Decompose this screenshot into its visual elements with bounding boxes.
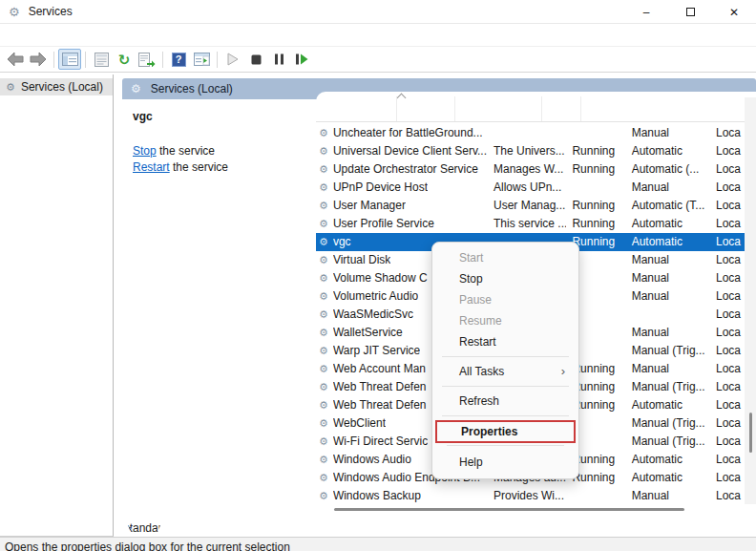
export-list-button[interactable] [136, 49, 158, 70]
log-on-as-cell: Loca [707, 396, 745, 414]
show-action-pane-icon [194, 53, 210, 66]
context-menu-item[interactable]: Help › [432, 452, 578, 473]
context-menu-item[interactable]: Start › [432, 247, 578, 268]
restart-service-link[interactable]: Restart [133, 160, 170, 174]
menubar-item[interactable] [0, 32, 19, 38]
menu-item-label: Stop [459, 272, 483, 286]
stop-service-button[interactable] [244, 49, 267, 70]
context-menu-item[interactable]: All Tasks › [432, 361, 578, 382]
startup-type-cell: Manual (Trig... [623, 378, 707, 396]
service-name: Virtual Disk [333, 251, 390, 269]
startup-type-cell [623, 306, 707, 324]
log-on-as-cell: Loca [707, 197, 745, 215]
service-row[interactable]: ⚙Universal Device Client Serv... The Uni… [316, 142, 745, 160]
log-on-as-cell: Loca [707, 233, 745, 251]
list-header [316, 92, 745, 122]
show-console-tree-button[interactable] [58, 49, 81, 70]
restart-service-button[interactable] [290, 49, 313, 70]
service-gear-icon: ⚙ [319, 491, 328, 501]
refresh-icon: ↻ [118, 53, 131, 67]
column-header[interactable] [542, 96, 580, 121]
menubar-item[interactable] [38, 32, 57, 38]
horizontal-scrollbar[interactable] [316, 503, 745, 516]
horizontal-scrollbar-thumb[interactable] [334, 508, 684, 511]
vertical-scrollbar[interactable] [745, 97, 756, 504]
close-button[interactable]: ✕ [712, 0, 756, 24]
startup-type-cell: Manual [623, 179, 707, 197]
context-menu-item[interactable]: Pause › [432, 289, 578, 310]
stop-service-link[interactable]: Stop [133, 144, 157, 158]
tree-item-services-local[interactable]: ⚙ Services (Local) [0, 78, 113, 95]
column-header[interactable] [316, 96, 397, 121]
context-menu-item[interactable]: Resume › [432, 310, 578, 331]
status-cell: Running [566, 215, 622, 233]
service-name: Web Threat Defen [333, 378, 427, 396]
main-area: ⚙ Services (Local) ⚙ Services (Local) vg… [0, 74, 756, 537]
startup-type-cell: Manual [623, 269, 707, 287]
service-gear-icon: ⚙ [319, 201, 328, 211]
forward-icon [30, 52, 47, 67]
service-gear-icon: ⚙ [319, 273, 328, 284]
service-gear-icon: ⚙ [319, 346, 328, 356]
startup-type-cell: Manual [623, 324, 707, 342]
help-button[interactable]: ? [167, 49, 190, 70]
start-service-icon [227, 53, 239, 66]
refresh-button[interactable]: ↻ [113, 49, 136, 70]
close-icon: ✕ [729, 6, 739, 19]
menubar-item[interactable] [57, 32, 76, 38]
startup-type-cell: Automatic [623, 142, 707, 160]
log-on-as-cell: Loca [707, 215, 745, 233]
services-window: ⚙ Services – ✕ ↻ [0, 0, 756, 551]
menubar-item[interactable] [19, 32, 38, 38]
titlebar: ⚙ Services – ✕ [0, 0, 756, 24]
maximize-button[interactable] [668, 0, 712, 24]
toolbar-separator [85, 52, 86, 68]
column-header[interactable] [455, 96, 542, 121]
menubar [0, 25, 756, 47]
back-button[interactable] [4, 49, 27, 70]
startup-type-cell: Manual (Trig... [623, 342, 707, 360]
startup-type-cell: Manual [623, 124, 707, 142]
service-gear-icon: ⚙ [319, 237, 328, 247]
start-service-button[interactable] [221, 49, 244, 70]
status-cell: Running [566, 160, 622, 179]
service-row[interactable]: ⚙Uncheater for BattleGround... Manual Lo… [316, 124, 745, 142]
menu-item-label: Refresh [459, 394, 499, 408]
service-name: Universal Device Client Serv... [333, 142, 487, 160]
context-menu-item[interactable]: Restart › [432, 331, 578, 352]
service-name: Web Account Man [333, 360, 426, 378]
pause-service-button[interactable] [267, 49, 290, 70]
stop-service-icon [251, 54, 262, 65]
service-row[interactable]: ⚙Update Orchestrator Service Manages W..… [316, 160, 745, 179]
log-on-as-cell: Loca [707, 414, 745, 433]
service-name: UPnP Device Host [333, 179, 428, 197]
vertical-scrollbar-thumb[interactable] [749, 413, 752, 453]
status-cell: Running [566, 197, 622, 215]
service-row[interactable]: ⚙User Manager User Manag... Running Auto… [316, 197, 745, 215]
service-row[interactable]: ⚙User Profile Service This service ... R… [316, 215, 745, 233]
submenu-chevron-icon: › [561, 361, 565, 382]
stop-service-text: the service [157, 144, 215, 158]
service-gear-icon: ⚙ [319, 400, 328, 411]
show-action-pane-button[interactable] [190, 49, 213, 70]
service-description-pane: vgc Stop the service Restart the service [122, 99, 316, 516]
forward-button[interactable] [27, 49, 50, 70]
context-menu-item[interactable]: Refresh › [432, 391, 578, 412]
column-header[interactable] [397, 96, 455, 121]
service-row[interactable]: ⚙UPnP Device Host Allows UPn... Manual L… [316, 179, 745, 197]
properties-button[interactable] [90, 49, 113, 70]
context-menu-item[interactable]: Properties › [435, 420, 576, 443]
service-gear-icon: ⚙ [319, 182, 328, 193]
menu-item-label: All Tasks [459, 365, 504, 378]
description-cell: Manages W... [488, 160, 566, 179]
context-menu-item[interactable]: Stop › [432, 268, 578, 289]
restart-service-text: the service [170, 160, 228, 174]
column-header[interactable] [580, 96, 581, 121]
minimize-button[interactable]: – [624, 0, 668, 24]
menu-item-label: Resume [459, 314, 502, 328]
restart-service-line: Restart the service [133, 160, 316, 174]
status-cell: Running [566, 142, 622, 160]
service-gear-icon: ⚙ [319, 219, 328, 229]
menu-item-label: Pause [459, 293, 492, 307]
status-cell [566, 124, 622, 142]
